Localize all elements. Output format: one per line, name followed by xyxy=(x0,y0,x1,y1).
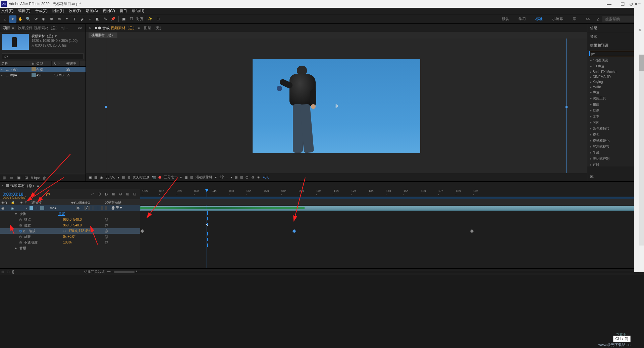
comp-flow-item[interactable]: 视频素材（总） xyxy=(89,32,117,38)
prop-anchor-point[interactable]: ◷ 锚点 960.0, 540.0 @ xyxy=(0,217,140,222)
3d-icon[interactable]: ⬡ xyxy=(246,176,249,179)
shy-icon[interactable]: ◐ xyxy=(103,191,109,197)
roto-tool-icon[interactable]: ✎ xyxy=(102,15,109,23)
timeline-zoom-slider[interactable]: ▬ ▲ xyxy=(111,271,639,273)
comp-thumbnail[interactable] xyxy=(2,34,29,50)
opacity-value[interactable]: 100% xyxy=(63,240,72,244)
scale-value[interactable]: 178.4, 178.4% xyxy=(68,229,90,233)
audio-group[interactable]: ▸ 音频 xyxy=(0,245,140,251)
bpc-display[interactable]: 8 bpc xyxy=(31,176,40,180)
workspace-library[interactable]: 库 xyxy=(573,16,576,21)
stopwatch-icon[interactable]: ◷ xyxy=(18,218,23,221)
puppet-tool-icon[interactable]: 📌 xyxy=(109,15,117,23)
frame-blend-icon[interactable]: ⊞ xyxy=(110,191,116,197)
mask-icon[interactable]: ◉ xyxy=(100,176,103,179)
anchor-point-icon[interactable]: ⊕ xyxy=(334,103,338,109)
layer-name[interactable]: ….mp4 xyxy=(44,206,76,210)
keyframe-scale-3[interactable] xyxy=(470,229,474,233)
trash-icon[interactable]: 🗑 xyxy=(42,175,47,181)
home-tool-icon[interactable]: ⌂ xyxy=(1,15,9,23)
toggle-switches-icon[interactable]: ⊞ xyxy=(1,270,4,274)
snap-toggle-icon[interactable]: ☐ xyxy=(128,15,135,23)
zoom-dropdown-icon[interactable]: ▾ xyxy=(118,176,119,179)
project-item-comp[interactable]: ▪ …（总） 合成 25 xyxy=(0,67,86,72)
col-switches[interactable]: ♣♣\fx⊞◉⊘⊘ xyxy=(70,201,103,204)
col-name[interactable]: 名称 xyxy=(0,61,30,66)
toggle-modes-icon[interactable]: ⊡ xyxy=(7,270,9,274)
zoom-thumb[interactable] xyxy=(114,271,135,273)
grid-icon[interactable]: ⊞ xyxy=(235,176,237,179)
new-folder-icon[interactable]: ▭ xyxy=(9,175,14,181)
comp-name[interactable]: 视频素材（总）▾ xyxy=(32,34,77,39)
col-label-icon[interactable]: ◈ xyxy=(19,201,23,204)
graph-editor-icon[interactable]: ⊞ xyxy=(124,191,130,197)
roi-icon[interactable]: ⊞ xyxy=(127,176,130,179)
stopwatch-icon[interactable]: ◷ xyxy=(18,223,23,227)
workspace-default[interactable]: 默认 xyxy=(502,16,509,21)
exposure-reset-icon[interactable]: ☀ xyxy=(257,176,260,179)
search-timeline-icon[interactable]: ρ▾ xyxy=(46,192,50,196)
menu-help[interactable]: 帮助(H) xyxy=(132,8,144,13)
bbox-handle-left[interactable] xyxy=(105,106,107,108)
transform-twirl-icon[interactable]: ▾ xyxy=(13,212,18,216)
constrain-proportions-icon[interactable]: ⊶ xyxy=(63,229,68,233)
col-parent[interactable]: 父级和链接 xyxy=(103,200,133,205)
snapshot-icon[interactable]: 📷 xyxy=(152,176,156,179)
bbox-handle-right[interactable] xyxy=(566,106,568,108)
adjustment-switch[interactable] xyxy=(102,206,106,210)
wand-tool-icon[interactable]: ✨ xyxy=(147,15,154,23)
renderer-icon[interactable]: ⚙ xyxy=(251,176,254,179)
draft3d-icon[interactable]: ⬡ xyxy=(96,191,102,197)
full-res-icon[interactable]: ⊡ xyxy=(122,176,125,179)
prop-position[interactable]: ◷ 位置 960.0, 540.0 @ xyxy=(0,222,140,228)
ext-reload-icon[interactable]: ⊘ xyxy=(629,1,635,7)
menu-file[interactable]: 文件(F) xyxy=(1,8,13,13)
menu-animation[interactable]: 动画(A) xyxy=(86,8,98,13)
col-label-icon[interactable]: ◈ xyxy=(30,62,35,65)
ext-menu-icon[interactable]: ≡ xyxy=(638,1,643,7)
always-preview-icon[interactable]: ▣ xyxy=(89,176,92,179)
comp-lock-icon[interactable]: < xyxy=(89,26,91,30)
expression-pickwhip-icon[interactable]: @ xyxy=(105,218,110,221)
workspace-more[interactable]: >> xyxy=(586,17,590,21)
tab-composition[interactable]: ■ ⬣ 合成 视频素材（总） ≡ xyxy=(95,25,140,30)
zoom-tool-icon[interactable]: 🔍 xyxy=(24,15,32,23)
preview-timecode[interactable]: 0:00:03:18 xyxy=(133,176,149,179)
selection-tool-icon[interactable]: ➤ xyxy=(9,15,16,23)
composition-flow-icon[interactable]: ⤢ xyxy=(89,191,95,197)
3d-switch[interactable] xyxy=(106,206,110,210)
visibility-toggle-icon[interactable]: ◉ xyxy=(0,206,9,210)
position-value[interactable]: 960.0, 540.0 xyxy=(63,223,82,227)
current-time-indicator[interactable] xyxy=(207,205,207,268)
camera-dropdown-icon[interactable]: ▾ xyxy=(215,176,217,179)
text-tool-icon[interactable]: T xyxy=(71,15,78,23)
project-item-video[interactable]: ▪ ….mp4 AVI 7.3 MB 25 xyxy=(0,72,86,78)
stopwatch-icon[interactable]: ◷ xyxy=(18,235,23,238)
toggle-switches-label[interactable]: 切换开关/模式 xyxy=(84,270,105,274)
region-tool-icon[interactable]: ▣ xyxy=(120,15,127,23)
workspace-standard[interactable]: 标准 xyxy=(535,16,543,21)
tab-overflow[interactable]: >> xyxy=(76,26,84,30)
workspace-learn[interactable]: 学习 xyxy=(519,16,526,21)
expression-pickwhip-icon[interactable]: @ xyxy=(105,229,110,233)
maximize-button[interactable]: ☐ xyxy=(616,1,629,7)
col-framerate[interactable]: 帧速率 xyxy=(65,61,80,66)
menu-edit[interactable]: 编辑(E) xyxy=(18,8,31,13)
fast-preview-icon[interactable]: ▦ xyxy=(184,176,187,179)
timeline-tab[interactable]: 视频素材（总） ≡ xyxy=(3,183,42,188)
guides-icon[interactable]: ⊡ xyxy=(240,176,243,179)
views-dropdown[interactable]: 1个… xyxy=(219,175,228,180)
workspace-small[interactable]: 小屏幕 xyxy=(552,16,563,21)
expression-pickwhip-icon[interactable]: @ xyxy=(105,240,110,244)
views-dropdown-icon[interactable]: ▾ xyxy=(230,176,232,179)
eraser-tool-icon[interactable]: ◧ xyxy=(94,15,101,23)
fx-switch[interactable] xyxy=(89,206,93,210)
clone-tool-icon[interactable]: ⟐ xyxy=(86,15,94,23)
quality-switch[interactable]: ╱ xyxy=(85,206,89,210)
collapse-switch[interactable] xyxy=(81,206,85,210)
hand-tool-icon[interactable]: ✋ xyxy=(17,15,24,23)
project-search-input[interactable] xyxy=(2,53,84,59)
menu-view[interactable]: 视图(V) xyxy=(103,8,115,13)
expression-pickwhip-icon[interactable]: @ xyxy=(105,223,110,227)
menu-layer[interactable]: 图层(L) xyxy=(52,8,64,13)
